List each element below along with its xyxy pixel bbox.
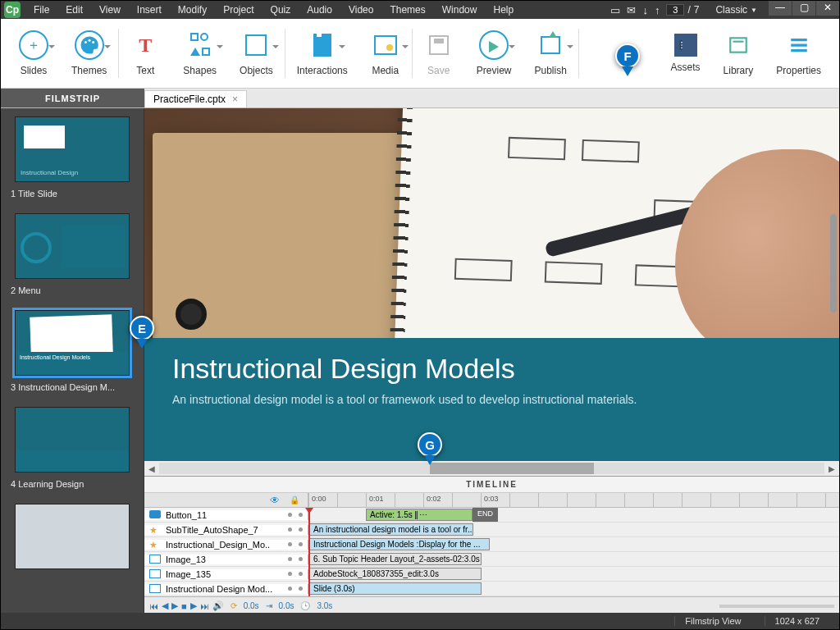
menu-edit[interactable]: Edit xyxy=(57,2,91,17)
timeline-clip[interactable]: Slide (3.0s) xyxy=(309,582,482,595)
audio-icon[interactable]: 🔊 xyxy=(212,600,224,611)
timeline-track[interactable]: Active: 1.5s ‖ ⋯ END xyxy=(308,508,839,522)
shapes-icon xyxy=(185,30,215,60)
menu-audio[interactable]: Audio xyxy=(299,2,340,17)
forward-end-icon[interactable]: ⏭ xyxy=(200,601,209,611)
zoom-time-icon[interactable]: ⇥ xyxy=(266,601,272,610)
lock-column-icon[interactable]: 🔒 xyxy=(290,495,299,504)
slide-thumb-5[interactable] xyxy=(7,504,137,569)
preview-button[interactable]: Preview xyxy=(465,27,523,80)
visibility-toggle[interactable] xyxy=(288,542,292,546)
shapes-button[interactable]: Shapes xyxy=(171,27,228,80)
visibility-toggle[interactable] xyxy=(288,587,292,591)
visibility-toggle[interactable] xyxy=(288,557,292,561)
maximize-button[interactable]: ▢ xyxy=(792,0,815,16)
menu-insert[interactable]: Insert xyxy=(129,2,170,17)
slide-thumb-image xyxy=(15,407,130,472)
publish-button[interactable]: Publish xyxy=(523,27,578,80)
lock-toggle[interactable] xyxy=(299,513,303,517)
timeline-clip[interactable]: Active: 1.5s ‖ ⋯ xyxy=(366,509,472,521)
timeline-playhead[interactable] xyxy=(308,508,310,596)
slide-thumb-4[interactable]: 4 Learning Design xyxy=(7,407,137,499)
text-button[interactable]: T Text xyxy=(119,27,171,80)
properties-button[interactable]: Properties xyxy=(765,27,833,80)
timeline-clip[interactable]: Instructional Design Models :Display for… xyxy=(309,538,490,550)
comments-icon[interactable]: ▭ xyxy=(610,4,620,16)
mail-icon[interactable]: ✉ xyxy=(627,4,636,16)
themes-button[interactable]: Themes xyxy=(60,27,118,80)
timeline-track[interactable]: Slide (3.0s) xyxy=(308,582,839,596)
timeline-row[interactable]: Image_13 6. Sub Topic Header Layout_2-as… xyxy=(144,552,839,567)
lock-toggle[interactable] xyxy=(299,587,303,591)
slide-thumb-1[interactable]: Instructional Design 1 Title Slide xyxy=(7,116,137,208)
menu-help[interactable]: Help xyxy=(485,2,522,17)
slide-stage[interactable]: Instructional Design Models An instructi… xyxy=(144,108,839,461)
visibility-column-icon[interactable]: 👁 xyxy=(270,495,280,506)
interactions-button[interactable]: Interactions xyxy=(285,27,359,80)
timeline-track[interactable]: 6. Sub Topic Header Layout_2-assets-02:3… xyxy=(308,552,839,566)
scroll-right-icon[interactable]: ▶ xyxy=(824,464,839,473)
timeline-row[interactable]: Button_11 Active: 1.5s ‖ ⋯ END xyxy=(144,508,839,523)
total-slides: 7 xyxy=(694,4,700,16)
step-back-icon[interactable]: ◀ xyxy=(162,600,168,611)
menu-quiz[interactable]: Quiz xyxy=(262,2,299,17)
file-tab[interactable]: PracticeFile.cptx × xyxy=(144,90,247,107)
workspace-picker[interactable]: Classic ▼ xyxy=(715,4,757,16)
library-button[interactable]: Library xyxy=(712,27,765,80)
stage-h-scrollbar[interactable]: ◀ ▶ xyxy=(144,461,839,476)
window-v-scrollbar[interactable] xyxy=(830,214,837,313)
stop-icon[interactable]: ■ xyxy=(181,601,187,611)
palette-icon xyxy=(75,30,104,60)
play-icon[interactable]: ▶ xyxy=(171,600,178,611)
lock-toggle[interactable] xyxy=(299,542,303,546)
minimize-button[interactable]: — xyxy=(769,0,792,16)
menu-themes[interactable]: Themes xyxy=(381,2,433,17)
close-button[interactable]: ✕ xyxy=(816,0,839,16)
slides-button[interactable]: ＋ Slides xyxy=(7,27,60,80)
timeline-clip[interactable]: An instructional design model is a tool … xyxy=(309,523,473,536)
timeline-row[interactable]: Instructional Design Mod... Slide (3.0s) xyxy=(144,582,839,596)
visibility-toggle[interactable] xyxy=(288,513,292,517)
scroll-left-icon[interactable]: ◀ xyxy=(144,464,159,473)
scrollbar-thumb[interactable] xyxy=(430,463,594,474)
assets-button[interactable]: Assets xyxy=(660,30,712,76)
loop-icon[interactable]: ⟳ xyxy=(231,601,237,610)
timeline-track[interactable]: AdobeStock_180837355_edit:3.0s xyxy=(308,567,839,581)
timeline-track[interactable]: An instructional design model is a tool … xyxy=(308,523,839,536)
slide-thumb-3[interactable]: Instructional Design Models 3 Instructio… xyxy=(7,310,137,402)
clock-icon[interactable]: 🕒 xyxy=(300,601,310,610)
media-button[interactable]: Media xyxy=(359,27,412,80)
timeline-row[interactable]: ★ SubTitle_AutoShape_7 An instructional … xyxy=(144,523,839,537)
rewind-start-icon[interactable]: ⏮ xyxy=(149,601,158,611)
lock-toggle[interactable] xyxy=(299,557,303,561)
visibility-toggle[interactable] xyxy=(288,527,292,532)
lock-toggle[interactable] xyxy=(299,527,303,532)
timeline-ruler[interactable]: 👁 🔒 0:00 0:01 0:02 0:03 xyxy=(144,493,839,508)
current-slide-input[interactable]: 3 xyxy=(666,4,684,16)
timeline-track[interactable]: Instructional Design Models :Display for… xyxy=(308,537,839,551)
step-fwd-icon[interactable]: ▶ xyxy=(190,600,197,611)
timeline-clip[interactable]: AdobeStock_180837355_edit:3.0s xyxy=(309,568,482,580)
menu-view[interactable]: View xyxy=(91,2,129,17)
menu-file[interactable]: File xyxy=(25,2,57,17)
timeline-clip[interactable]: 6. Sub Topic Header Layout_2-assets-02:3… xyxy=(309,553,482,565)
visibility-toggle[interactable] xyxy=(288,572,292,576)
close-tab-icon[interactable]: × xyxy=(232,94,238,105)
lock-toggle[interactable] xyxy=(299,572,303,576)
menu-window[interactable]: Window xyxy=(434,2,486,17)
timeline-object-name: Image_13 xyxy=(166,555,206,564)
timeline-controls: ⏮ ◀ ▶ ■ ▶ ⏭ 🔊 ⟳ 0.0s ⇥ 0.0s 🕒 3.0s xyxy=(144,596,839,614)
filmstrip-panel[interactable]: Instructional Design 1 Title Slide 2 Men… xyxy=(1,108,144,614)
timeline-row[interactable]: ★ Instructional_Design_Mo.. Instructiona… xyxy=(144,537,839,552)
menu-video[interactable]: Video xyxy=(340,2,381,17)
save-icon xyxy=(424,30,454,60)
sync-up-icon[interactable]: ↑ xyxy=(655,4,660,16)
slide-thumb-2[interactable]: 2 Menu xyxy=(7,213,137,305)
menu-project[interactable]: Project xyxy=(215,2,262,17)
menu-modify[interactable]: Modify xyxy=(170,2,215,17)
sync-down-icon[interactable]: ↓ xyxy=(642,4,648,16)
timeline-row[interactable]: Image_135 AdobeStock_180837355_edit:3.0s xyxy=(144,567,839,582)
objects-button[interactable]: Objects xyxy=(228,27,285,80)
toolbar-ribbon: ＋ Slides Themes T Text Shapes Objects In… xyxy=(1,19,839,89)
zoom-slider[interactable] xyxy=(719,605,834,608)
